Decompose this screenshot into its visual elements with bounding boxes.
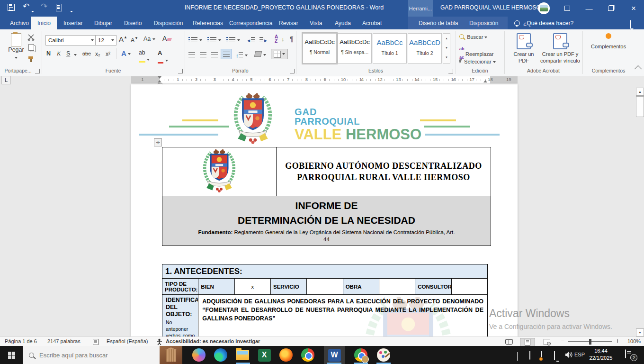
font-name-combo[interactable]: Calibri bbox=[45, 35, 96, 46]
addins-button[interactable]: Complementos bbox=[582, 33, 635, 49]
paste-button[interactable]: Pegar bbox=[7, 33, 26, 62]
restore-button[interactable] bbox=[600, 0, 621, 17]
scroll-down-icon[interactable]: ▼ bbox=[636, 328, 644, 337]
tray-language-indicator[interactable]: ESP bbox=[574, 352, 585, 357]
tipo-consultoria-cell[interactable]: CONSULTORIA bbox=[415, 279, 451, 295]
increase-indent-icon[interactable]: ► bbox=[259, 36, 268, 44]
highlight-color-icon[interactable]: ab bbox=[139, 49, 150, 63]
web-layout-icon[interactable] bbox=[540, 338, 554, 346]
style-sin-espaciado[interactable]: AaBbCcDc ¶ Sin espa... bbox=[338, 33, 372, 64]
antecedentes-heading-cell[interactable]: 1. ANTECEDENTES: bbox=[162, 264, 488, 279]
tell-me-box[interactable]: ¿Qué desea hacer? bbox=[508, 17, 573, 29]
style-normal[interactable]: AaBbCcDc ¶ Normal bbox=[303, 33, 337, 64]
comments-icon[interactable] bbox=[630, 20, 631, 29]
align-right-icon[interactable] bbox=[211, 51, 218, 59]
close-button[interactable]: × bbox=[623, 0, 644, 17]
bullets-icon[interactable] bbox=[188, 36, 202, 44]
tray-volume-icon[interactable] bbox=[565, 351, 573, 358]
print-preview-icon[interactable] bbox=[56, 4, 62, 13]
text-effects-icon[interactable]: A bbox=[121, 49, 131, 57]
word-count[interactable]: 2147 palabras bbox=[47, 338, 80, 344]
line-spacing-icon[interactable]: ↕ bbox=[236, 51, 248, 59]
find-button[interactable]: Buscar bbox=[459, 34, 487, 40]
taskbar-chrome-profile-icon[interactable] bbox=[350, 346, 371, 364]
font-color-icon[interactable]: A bbox=[158, 49, 168, 64]
minimize-button[interactable]: — bbox=[579, 0, 599, 17]
header-table-orgname-cell[interactable]: GOBIERNO AUTÓNOMO DESCENTRALIZADO PARROQ… bbox=[277, 147, 491, 196]
account-avatar[interactable] bbox=[538, 2, 550, 14]
zoom-in-icon[interactable]: + bbox=[616, 337, 619, 345]
italic-button[interactable]: K bbox=[57, 50, 61, 57]
tab-inicio[interactable]: Inicio bbox=[31, 17, 57, 29]
multilevel-list-icon[interactable] bbox=[226, 36, 240, 44]
tipo-servicio-cell[interactable]: SERVICIO bbox=[270, 279, 306, 295]
align-left-icon[interactable] bbox=[188, 51, 195, 59]
tipo-obra-cell[interactable]: OBRA bbox=[343, 279, 379, 295]
align-center-icon[interactable] bbox=[200, 51, 206, 59]
scroll-up-icon[interactable]: ▲ bbox=[636, 88, 644, 96]
shading-icon[interactable] bbox=[255, 50, 266, 59]
styles-dialog-launcher-icon[interactable] bbox=[448, 69, 453, 73]
tray-device-icon[interactable] bbox=[529, 351, 530, 360]
tray-network-icon[interactable] bbox=[554, 352, 555, 360]
tab-disposicion-tabla[interactable]: Disposición bbox=[463, 17, 504, 29]
tab-revisar[interactable]: Revisar bbox=[273, 17, 304, 29]
borders-icon[interactable] bbox=[271, 49, 288, 59]
identificacion-value-cell[interactable]: ADQUISICIÓN DE GALLINAS PONEDORAS PARA L… bbox=[198, 295, 488, 337]
clear-formatting-icon[interactable]: A bbox=[162, 35, 171, 42]
taskbar-word-icon[interactable]: W bbox=[324, 346, 345, 364]
tipo-producto-label-cell[interactable]: TIPO DE PRODUCTO: bbox=[162, 279, 198, 295]
create-pdf-share-button[interactable]: Crear un PDF y compartir vínculo bbox=[539, 33, 581, 64]
account-name[interactable]: GAD PARROQUIAL VALLE HERMOSO bbox=[440, 4, 541, 11]
tab-dibujar[interactable]: Dibujar bbox=[88, 17, 118, 29]
tipo-bien-cell[interactable]: BIEN bbox=[198, 279, 234, 295]
tab-diseno-de-tabla[interactable]: Diseño de tabla bbox=[412, 17, 464, 29]
taskbar-firefox-icon[interactable] bbox=[276, 346, 296, 364]
taskbar-chrome-icon[interactable] bbox=[297, 346, 318, 364]
notification-center-icon[interactable]: 2 bbox=[625, 350, 635, 359]
tab-correspondencia[interactable]: Correspondencia bbox=[223, 17, 278, 29]
format-painter-icon[interactable] bbox=[27, 55, 35, 63]
style-titulo-1[interactable]: AaBbCc Título 1 bbox=[373, 33, 407, 64]
pilcrow-icon[interactable]: ¶ bbox=[290, 35, 294, 43]
search-highlight-image[interactable] bbox=[160, 346, 182, 364]
taskbar-copilot-icon[interactable] bbox=[188, 346, 209, 364]
tab-disposicion[interactable]: Disposición bbox=[148, 17, 189, 29]
tipo-consultoria-value-cell[interactable] bbox=[451, 279, 487, 295]
numbering-icon[interactable] bbox=[207, 36, 221, 44]
replace-button[interactable]: abac Reemplazar bbox=[459, 46, 493, 60]
decrease-indent-icon[interactable]: ◄ bbox=[246, 36, 255, 44]
first-line-indent-marker[interactable] bbox=[158, 76, 161, 79]
undo-icon[interactable]: ↶ bbox=[23, 2, 29, 11]
undo-dropdown-icon[interactable] bbox=[31, 7, 34, 15]
accessibility-status[interactable]: Accesibilidad: es necesario investigar bbox=[166, 338, 260, 344]
taskbar-file-explorer-icon[interactable] bbox=[232, 346, 253, 364]
vertical-scrollbar-thumb[interactable] bbox=[636, 96, 644, 117]
horizontal-ruler[interactable]: 1 12345678910111213141516171819 bbox=[131, 76, 518, 83]
create-pdf-button[interactable]: Crear un PDF bbox=[509, 33, 538, 64]
tab-ayuda[interactable]: Ayuda bbox=[329, 17, 357, 29]
tipo-obra-value-cell[interactable] bbox=[379, 279, 415, 295]
tipo-bien-value-cell[interactable]: x bbox=[234, 279, 270, 295]
table-move-handle-icon[interactable]: ✛ bbox=[154, 138, 162, 146]
tab-diseno[interactable]: Diseño bbox=[118, 17, 148, 29]
taskbar-paint-app-icon[interactable] bbox=[373, 346, 394, 364]
change-case-icon[interactable]: Aa bbox=[143, 36, 155, 42]
customize-quick-access-icon[interactable] bbox=[70, 7, 73, 15]
search-input[interactable] bbox=[38, 351, 144, 359]
font-size-combo[interactable]: 12 bbox=[95, 35, 116, 46]
tab-vista[interactable]: Vista bbox=[304, 17, 328, 29]
document-page[interactable]: GAD PARROQUIAL VALLE HERMOSO ✛ GOBIERNO … bbox=[131, 84, 518, 337]
header-table[interactable]: GOBIERNO AUTÓNOMO DESCENTRALIZADO PARROQ… bbox=[162, 147, 491, 246]
tipo-servicio-value-cell[interactable] bbox=[307, 279, 343, 295]
tray-chevron-icon[interactable] bbox=[517, 353, 518, 361]
underline-dropdown-icon[interactable] bbox=[74, 54, 77, 56]
shrink-font-icon[interactable]: A▼ bbox=[131, 36, 138, 44]
start-button[interactable] bbox=[0, 346, 23, 364]
ribbon-display-options-icon[interactable] bbox=[557, 0, 578, 17]
taskbar-edge-icon[interactable] bbox=[210, 346, 231, 364]
cut-icon[interactable] bbox=[27, 34, 35, 41]
collapse-ribbon-icon[interactable] bbox=[635, 65, 642, 73]
styles-gallery-scrollbar[interactable]: ▴▾▾ bbox=[443, 33, 450, 64]
hanging-indent-marker[interactable] bbox=[158, 80, 161, 82]
